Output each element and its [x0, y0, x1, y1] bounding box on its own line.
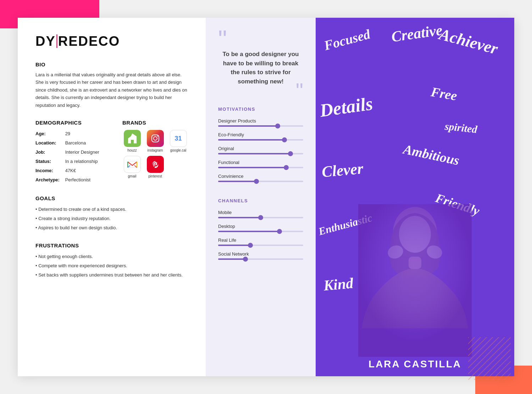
gcal-number: 31 [174, 135, 182, 142]
channel-mobile: Mobile [218, 210, 303, 218]
gmail-label: gmail [128, 174, 137, 178]
motivation-original: Original [218, 146, 303, 154]
person-illustration [358, 204, 472, 357]
bio-title: BIO [35, 61, 188, 67]
motivation-track-3 [218, 153, 303, 154]
trait-focused: Focused [322, 26, 372, 54]
motivation-fill-5 [218, 181, 256, 182]
channel-thumb-2 [277, 229, 282, 234]
trait-clever: Clever [321, 159, 364, 181]
frustrations-title: FRUSTRATIONS [35, 242, 188, 248]
motivation-thumb-4 [284, 165, 289, 170]
demo-label-status: Status: [35, 157, 64, 166]
channel-track-1 [218, 217, 303, 218]
demo-row-status: Status: In a relationship [35, 157, 112, 166]
frustration-2: Compete with more experienced designers. [35, 261, 188, 270]
brand-gmail: gmail [122, 156, 142, 178]
logo-part2: REDECO [58, 34, 120, 49]
motivations-title: MOTIVATIONS [218, 106, 303, 112]
motivation-track-5 [218, 181, 303, 182]
trait-achiever: Achiever [437, 24, 500, 58]
demo-row-location: Location: Barcelona [35, 138, 112, 148]
motivation-eco-friendly: Eco-Friendly [218, 132, 303, 141]
goal-2: Create a strong industry reputation. [35, 214, 188, 223]
svg-rect-1 [468, 337, 511, 380]
demo-row-age: Age: 29 [35, 129, 112, 138]
channels-section: CHANNELS Mobile Desktop Real Life [218, 198, 303, 265]
trait-spirited: spirited [444, 120, 478, 135]
houzz-icon [124, 130, 141, 147]
quote-block: " To be a good designer you have to be w… [218, 32, 303, 94]
right-panel: Focused Creative Achiever Details Free s… [316, 18, 514, 376]
gmail-icon [124, 156, 141, 173]
channel-track-3 [218, 245, 303, 246]
motivation-fill-1 [218, 125, 278, 127]
instagram-label: instagram [148, 148, 163, 152]
logo-part1: DY [35, 34, 56, 49]
motivation-functional: Functional [218, 160, 303, 168]
goals-list: Determined to create one of a kind space… [35, 205, 188, 232]
motivation-thumb-1 [275, 124, 280, 128]
demo-label-job: Job: [35, 148, 64, 157]
goal-1: Determined to create one of a kind space… [35, 205, 188, 214]
demo-value-age: 29 [65, 131, 70, 136]
pinterest-label: pinterest [148, 174, 162, 178]
motivation-label-4: Functional [218, 160, 303, 165]
bio-text: Lara is a millenial that values original… [35, 71, 188, 109]
channel-real-life: Real Life [218, 237, 303, 246]
channel-track-2 [218, 231, 303, 232]
quote-mark-close: " [296, 88, 303, 94]
frustration-3: Set backs with suppliers undermines trus… [35, 270, 188, 280]
trait-ambitious: Ambitious [402, 141, 461, 168]
frustrations-list: Not getting enough clients. Compete with… [35, 252, 188, 280]
motivation-fill-2 [218, 139, 284, 141]
demo-label-age: Age: [35, 129, 64, 138]
houzz-label: houzz [127, 148, 137, 152]
channel-fill-3 [218, 245, 250, 246]
channels-title: CHANNELS [218, 198, 303, 203]
logo: DYREDECO [35, 34, 188, 49]
motivation-designer-products: Designer Products [218, 118, 303, 127]
demo-row-archetype: Archetype: Perfectionist [35, 175, 112, 185]
trait-free: Free [430, 84, 458, 104]
channel-label-2: Desktop [218, 224, 303, 229]
logo-pipe [56, 34, 57, 48]
goal-3: Aspires to build her own design studio. [35, 223, 188, 232]
demo-value-job: Interior Designer [65, 149, 99, 155]
motivation-track-1 [218, 125, 303, 127]
gcal-label: google.cal [170, 148, 187, 152]
pinterest-icon [147, 156, 164, 173]
demo-label-location: Location: [35, 138, 64, 148]
motivation-thumb-5 [254, 179, 259, 184]
brand-gcal: 31 google.cal [168, 130, 188, 152]
demo-row-income: Income: 47K€ [35, 166, 112, 175]
channel-label-3: Real Life [218, 237, 303, 243]
trait-details: Details [318, 93, 374, 121]
main-card: DYREDECO BIO Lara is a millenial that va… [18, 18, 514, 376]
motivation-label-2: Eco-Friendly [218, 132, 303, 137]
channel-fill-4 [218, 258, 245, 260]
channel-fill-1 [218, 217, 261, 218]
channel-social-network: Social Network [218, 251, 303, 260]
motivation-label-1: Designer Products [218, 118, 303, 124]
motivation-fill-4 [218, 167, 286, 168]
brands-grid: houzz instagram [122, 130, 188, 178]
demographics-table: Age: 29 Location: Barcelona Job: Interio… [35, 129, 112, 185]
frustration-1: Not getting enough clients. [35, 252, 188, 261]
motivation-label-5: Convinience [218, 174, 303, 179]
svg-point-3 [154, 137, 157, 140]
channel-thumb-3 [248, 243, 253, 248]
middle-panel: " To be a good designer you have to be w… [206, 18, 316, 376]
motivations-section: MOTIVATIONS Designer Products Eco-Friend… [218, 106, 303, 187]
goals-section: GOALS Determined to create one of a kind… [35, 195, 188, 232]
trait-kind: Kind [323, 275, 354, 294]
brand-pinterest: pinterest [145, 156, 165, 178]
diagonal-lines-decoration [468, 337, 511, 380]
frustrations-section: FRUSTRATIONS Not getting enough clients.… [35, 242, 188, 280]
brand-instagram: instagram [145, 130, 165, 152]
demographics-brands-row: DEMOGRAPHICS Age: 29 Location: Barcelona… [35, 120, 188, 185]
quote-text: To be a good designer you have to be wil… [218, 50, 303, 86]
brand-houzz: houzz [122, 130, 142, 152]
brands-title: BRANDS [122, 120, 188, 126]
demographics-title: DEMOGRAPHICS [35, 120, 112, 126]
